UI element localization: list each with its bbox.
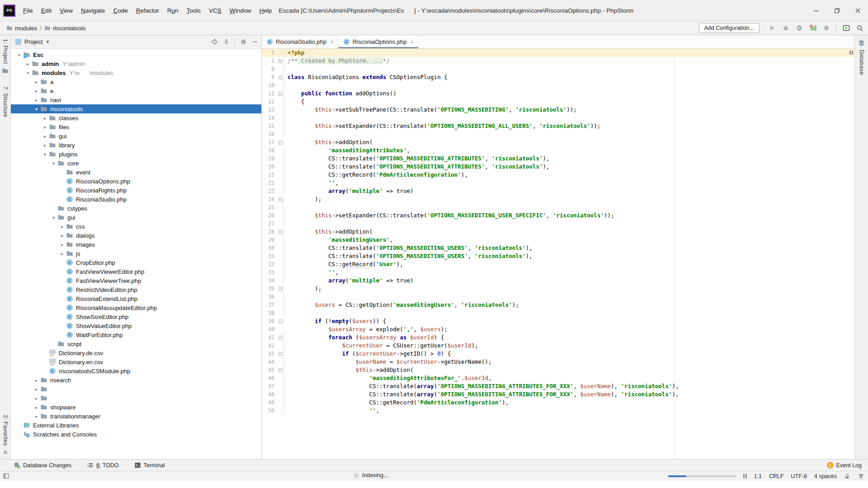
line-number[interactable]: 23: [262, 187, 277, 195]
line-number[interactable]: 17: [262, 138, 277, 146]
tree-item-dialogs[interactable]: ▸dialogs: [11, 231, 261, 240]
close-icon[interactable]: ×: [330, 38, 334, 45]
tree-item-item[interactable]: ▸: [11, 385, 261, 394]
tree-item-css[interactable]: ▸css: [11, 222, 261, 231]
minimize-button[interactable]: [806, 0, 826, 21]
stop-icon[interactable]: [822, 24, 830, 32]
line-number[interactable]: 37: [262, 301, 277, 309]
tree-item-e[interactable]: ▸e.: [11, 86, 261, 95]
tree-item-script[interactable]: script: [11, 339, 261, 348]
line-number[interactable]: 43: [262, 350, 277, 358]
tree-item-esc[interactable]: ▾Esc: [11, 50, 261, 59]
line-number[interactable]: 35: [262, 285, 277, 293]
tree-item-risconiaextendlist-php[interactable]: CRisconiaExtendList.php: [11, 294, 261, 303]
tree-item-showvalueeditor-php[interactable]: CShowValueEditor.php: [11, 321, 261, 330]
line-number[interactable]: 25: [262, 203, 277, 211]
chevron-right-icon[interactable]: ▸: [33, 387, 40, 392]
line-number[interactable]: 34: [262, 277, 277, 285]
chevron-right-icon[interactable]: ▸: [58, 224, 66, 229]
error-stripe[interactable]: [848, 49, 854, 459]
line-number[interactable]: 1: [262, 49, 277, 57]
chevron-right-icon[interactable]: ▸: [41, 125, 49, 130]
tree-item-a[interactable]: ▸a: [11, 77, 261, 86]
tree-item-event[interactable]: event: [11, 168, 261, 177]
line-number[interactable]: 48: [262, 390, 277, 399]
indent-setting[interactable]: 4 spaces: [814, 473, 837, 479]
line-number[interactable]: 20: [262, 163, 277, 171]
line-number[interactable]: 44: [262, 358, 277, 366]
line-number[interactable]: 12: [262, 98, 277, 106]
chevron-right-icon[interactable]: ▸: [33, 80, 40, 84]
fold-collapse-icon[interactable]: −: [278, 287, 283, 291]
fold-collapse-icon[interactable]: −: [278, 141, 283, 145]
tree-item-plugins[interactable]: ▾plugins: [11, 150, 261, 159]
chevron-right-icon[interactable]: ▸: [24, 61, 32, 66]
tool-button-project[interactable]: 1: Project: [2, 39, 9, 64]
tree-item-cstypes[interactable]: cstypes: [11, 204, 261, 213]
chevron-down-icon[interactable]: ▾: [33, 107, 40, 112]
line-number[interactable]: 45: [262, 366, 277, 374]
line-number[interactable]: 39: [262, 317, 277, 325]
unlock-icon[interactable]: [844, 473, 850, 479]
fold-collapse-icon[interactable]: −: [278, 368, 283, 372]
tool-window-button-database-changes[interactable]: Database Changes: [14, 462, 71, 469]
tree-item-waitforeditor-php[interactable]: CWaitForEditor.php: [11, 330, 261, 339]
menu-view[interactable]: View: [56, 5, 77, 16]
tree-item-risconiatools[interactable]: ▾risconiatools: [11, 104, 261, 113]
profiler-icon[interactable]: [809, 24, 816, 32]
menu-edit[interactable]: Edit: [37, 5, 56, 16]
tree-item-core[interactable]: ▾core: [11, 159, 261, 168]
fold-collapse-icon[interactable]: −: [278, 230, 283, 234]
run-anything-icon[interactable]: [842, 24, 850, 32]
fold-collapse-icon[interactable]: −: [278, 336, 283, 340]
tree-item-files[interactable]: ▸files: [11, 122, 261, 131]
pause-indexing-icon[interactable]: [743, 474, 747, 479]
line-number[interactable]: 38: [262, 309, 277, 317]
menu-refactor[interactable]: Refactor: [132, 5, 163, 16]
debug-icon[interactable]: [782, 24, 789, 32]
tree-item-scratches-and-consoles[interactable]: Scratches and Consoles: [11, 430, 261, 439]
chevron-down-icon[interactable]: ▾: [15, 52, 23, 57]
tool-button-structure[interactable]: 7: Structure: [2, 86, 9, 117]
code-editor[interactable]: 1<?php2+/** Created by PhpStorm. ...*/89…: [262, 49, 854, 459]
line-number[interactable]: 14: [262, 114, 277, 122]
fold-collapse-icon[interactable]: −: [278, 319, 283, 324]
tree-item-gui[interactable]: ▾gui: [11, 213, 261, 222]
chevron-down-icon[interactable]: ▾: [50, 161, 57, 166]
tree-item-gui[interactable]: ▸gui: [11, 131, 261, 141]
line-number[interactable]: 13: [262, 106, 277, 114]
line-number[interactable]: 15: [262, 122, 277, 130]
tree-item-item[interactable]: ▸: [11, 394, 261, 403]
menu-vcs[interactable]: VCS: [205, 5, 226, 16]
chevron-right-icon[interactable]: ▸: [58, 251, 66, 256]
tree-item-risconiarights-php[interactable]: CRisconiaRights.php: [11, 186, 261, 195]
line-number[interactable]: 40: [262, 325, 277, 333]
line-number[interactable]: 41: [262, 333, 277, 342]
breadcrumb-modules[interactable]: modules: [6, 25, 37, 32]
caret-position[interactable]: 1:1: [754, 473, 762, 479]
close-button[interactable]: [847, 0, 868, 21]
line-number[interactable]: 10: [262, 81, 277, 89]
star-icon[interactable]: [2, 449, 9, 455]
tree-item-fastviewviewereditor-php[interactable]: CFastViewViewerEditor.php: [11, 267, 261, 276]
menu-window[interactable]: Window: [226, 5, 255, 16]
chevron-right-icon[interactable]: ▸: [33, 396, 40, 401]
fold-collapse-icon[interactable]: −: [278, 75, 283, 80]
chevron-down-icon[interactable]: ▾: [50, 215, 57, 220]
line-number[interactable]: 46: [262, 374, 277, 382]
menu-tools[interactable]: Tools: [182, 5, 205, 16]
menu-code[interactable]: Code: [109, 5, 132, 16]
tree-item-shopware[interactable]: ▸shopware: [11, 403, 261, 412]
tree-item-dictionary-en-csv[interactable]: .csvDictionary.en.csv: [11, 357, 261, 366]
inspection-profile-icon[interactable]: [858, 473, 864, 480]
line-number[interactable]: 8: [262, 65, 277, 73]
line-number[interactable]: 21: [262, 171, 277, 179]
chevron-right-icon[interactable]: ▸: [41, 143, 49, 148]
tree-item-js[interactable]: ▸js: [11, 249, 261, 258]
gear-icon[interactable]: [240, 38, 247, 45]
chevron-right-icon[interactable]: ▸: [58, 233, 66, 238]
tree-item-risconiatoolscsmodule-php[interactable]: CrisconiatoolsCSModule.php: [11, 366, 261, 375]
tree-item-restrictvideoeditor-php[interactable]: CRestrictVideoEditor.php: [11, 285, 261, 294]
line-number[interactable]: 18: [262, 146, 277, 155]
line-number[interactable]: 36: [262, 293, 277, 301]
